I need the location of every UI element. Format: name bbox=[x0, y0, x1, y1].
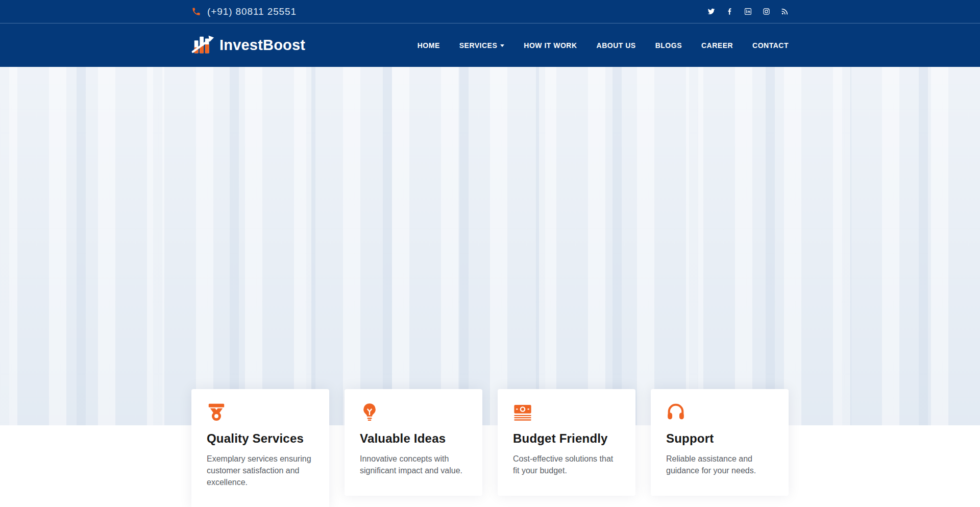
nav-item-blogs[interactable]: BLOGS bbox=[655, 41, 682, 50]
nav-item-services[interactable]: SERVICES bbox=[459, 41, 505, 50]
medal-icon bbox=[207, 402, 314, 423]
phone-icon bbox=[191, 7, 201, 16]
headset-icon bbox=[666, 402, 773, 423]
rss-icon bbox=[781, 8, 789, 15]
nav-item-contact[interactable]: CONTACT bbox=[752, 41, 789, 50]
linkedin-link[interactable] bbox=[744, 8, 752, 15]
instagram-link[interactable] bbox=[763, 8, 770, 15]
nav-item-career[interactable]: CAREER bbox=[701, 41, 733, 50]
feature-card: SupportReliable assistance and guidance … bbox=[651, 389, 789, 496]
money-icon bbox=[513, 402, 620, 423]
nav-item-about-us[interactable]: ABOUT US bbox=[597, 41, 636, 50]
twitter-icon bbox=[707, 8, 715, 15]
facebook-link[interactable] bbox=[726, 8, 733, 15]
feature-description: Reliable assistance and guidance for you… bbox=[666, 453, 773, 476]
feature-card: Budget FriendlyCost-effective solutions … bbox=[498, 389, 635, 496]
features-section: Quality ServicesExemplary services ensur… bbox=[0, 389, 980, 507]
social-links bbox=[707, 8, 789, 15]
topbar: (+91) 80811 25551 bbox=[0, 0, 980, 23]
chevron-down-icon bbox=[500, 44, 504, 47]
feature-card: Quality ServicesExemplary services ensur… bbox=[191, 389, 329, 507]
feature-title: Quality Services bbox=[207, 431, 314, 446]
main-nav: HOMESERVICESHOW IT WORKABOUT USBLOGSCARE… bbox=[418, 41, 789, 50]
nav-item-home[interactable]: HOME bbox=[418, 41, 440, 50]
facebook-icon bbox=[726, 8, 733, 15]
feature-title: Budget Friendly bbox=[513, 431, 620, 446]
phone-number: (+91) 80811 25551 bbox=[207, 6, 297, 17]
phone-contact[interactable]: (+91) 80811 25551 bbox=[191, 6, 297, 17]
twitter-link[interactable] bbox=[707, 8, 715, 15]
navbar: InvestBoost HOMESERVICESHOW IT WORKABOUT… bbox=[0, 23, 980, 67]
linkedin-icon bbox=[744, 8, 752, 15]
lightbulb-icon bbox=[360, 402, 467, 423]
feature-card: Valuable IdeasInnovative concepts with s… bbox=[345, 389, 482, 496]
instagram-icon bbox=[763, 8, 770, 15]
nav-item-how-it-work[interactable]: HOW IT WORK bbox=[524, 41, 577, 50]
feature-description: Exemplary services ensuring customer sat… bbox=[207, 453, 314, 489]
feature-title: Valuable Ideas bbox=[360, 431, 467, 446]
brand-name: InvestBoost bbox=[219, 37, 305, 54]
features-row: Quality ServicesExemplary services ensur… bbox=[191, 389, 789, 507]
feature-description: Cost-effective solutions that fit your b… bbox=[513, 453, 620, 476]
feature-description: Innovative concepts with significant imp… bbox=[360, 453, 467, 476]
bar-chart-growth-icon bbox=[191, 33, 215, 58]
feature-title: Support bbox=[666, 431, 773, 446]
hero-section bbox=[0, 67, 980, 425]
rss-link[interactable] bbox=[781, 8, 789, 15]
brand-logo[interactable]: InvestBoost bbox=[191, 33, 305, 58]
